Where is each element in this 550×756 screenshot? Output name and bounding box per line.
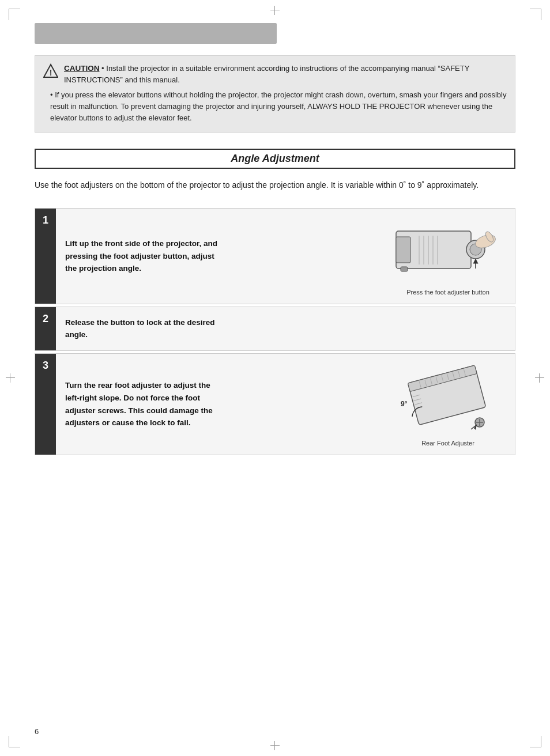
step-content-1: Lift up the front side of the projector,… — [56, 209, 515, 304]
step-number-3: 3 — [35, 354, 56, 455]
page: ! CAUTION • Install the projector in a s… — [0, 0, 550, 756]
step-text-1: Lift up the front side of the projector,… — [65, 237, 227, 275]
corner-mark-bl — [9, 736, 20, 747]
section-title: Angle Adjustment — [231, 153, 319, 164]
step-row-3: 3 Turn the rear foot adjuster to adjust … — [35, 353, 515, 455]
steps-container: 1 Lift up the front side of the projecto… — [35, 208, 515, 458]
description-text: Use the foot adjusters on the bottom of … — [35, 179, 515, 192]
step-number-1: 1 — [35, 209, 56, 304]
caution-text1: • Install the projector in a suitable en… — [64, 64, 469, 84]
page-number: 6 — [35, 727, 39, 736]
svg-text:!: ! — [50, 68, 52, 77]
gray-header-bar — [35, 23, 277, 44]
corner-mark-tr — [530, 9, 541, 20]
foot-adjuster-illustration — [390, 217, 506, 286]
step-image-area-1: Press the foot adjuster button — [390, 217, 506, 296]
right-cross — [535, 373, 544, 383]
step-number-2: 2 — [35, 307, 56, 350]
bottom-cross — [270, 741, 280, 750]
left-cross — [6, 373, 15, 383]
corner-mark-br — [530, 736, 541, 747]
step1-caption: Press the foot adjuster button — [406, 289, 489, 296]
section-title-box: Angle Adjustment — [35, 149, 515, 169]
caution-text2: • If you press the elevator buttons with… — [43, 89, 507, 124]
svg-rect-9 — [401, 267, 408, 271]
step-row-2: 2 Release the button to lock at the desi… — [35, 307, 515, 351]
step3-caption: Rear Foot Adjuster — [421, 440, 474, 447]
svg-text:9°: 9° — [401, 400, 408, 408]
top-cross — [270, 6, 280, 15]
warning-icon: ! — [43, 63, 58, 78]
step-text-3: Turn the rear foot adjuster to adjust th… — [65, 379, 227, 429]
rear-foot-adjuster-illustration: 9° — [390, 362, 506, 437]
corner-mark-tl — [9, 9, 20, 20]
svg-rect-3 — [396, 237, 410, 263]
step-text-2: Release the button to lock at the desire… — [65, 316, 227, 341]
caution-label: CAUTION — [64, 64, 100, 73]
step-content-2: Release the button to lock at the desire… — [56, 307, 515, 350]
step-row-1: 1 Lift up the front side of the projecto… — [35, 208, 515, 304]
step-image-area-3: 9° Rear Foot Adjuster — [390, 362, 506, 447]
caution-box: ! CAUTION • Install the projector in a s… — [35, 55, 515, 133]
step-content-3: Turn the rear foot adjuster to adjust th… — [56, 354, 515, 455]
